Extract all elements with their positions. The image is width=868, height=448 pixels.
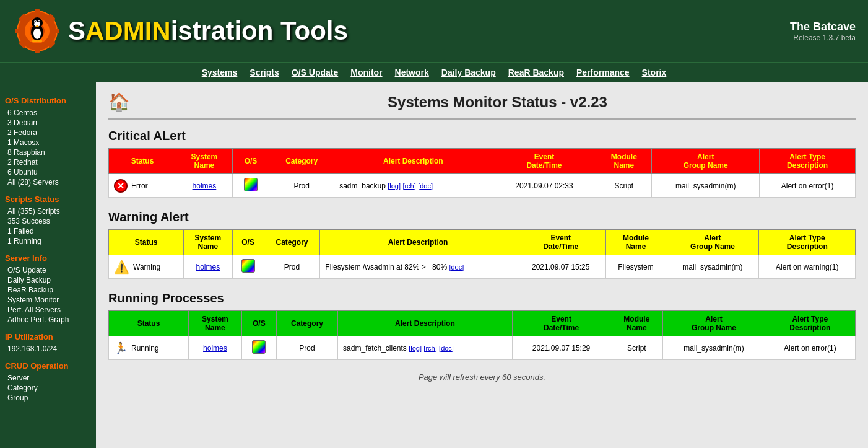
critical-alert-type: Alert on error(1) [760,174,856,198]
home-icon[interactable]: 🏠 [108,92,130,112]
nav-daily-backup[interactable]: Daily Backup [441,68,496,77]
col-module-name-running: ModuleName [610,311,663,336]
table-row: ⚠️ Warning holmes Prod Filesystem /wsadm… [109,255,856,279]
nav-monitor[interactable]: Monitor [350,68,382,77]
svg-rect-6 [52,29,59,33]
running-icon: 🏃 [114,341,128,355]
site-info: The Batcave Release 1.3.7 beta [790,20,856,42]
col-alert-type-running: Alert TypeDescription [765,311,855,336]
critical-status: ✕ Error [109,174,176,198]
sidebar-item-daily-backup[interactable]: Daily Backup [5,275,91,285]
warning-alert-type: Alert on warning(1) [759,255,856,279]
logo-icon [12,6,62,56]
os-icon-warning [241,259,255,273]
col-alert-type-critical: Alert TypeDescription [760,149,856,174]
release-info: Release 1.3.7 beta [790,33,856,42]
warning-alert-desc: Filesystem /wsadmin at 82% >= 80% [doc] [320,255,516,279]
warning-alert-title: Warning Alert [108,210,856,224]
sidebar-item-fedora[interactable]: 2 Fedora [5,128,91,138]
sidebar-item-ubuntu[interactable]: 6 Ubuntu [5,167,91,177]
nav-rear-backup[interactable]: ReaR Backup [508,68,564,77]
sidebar-item-all-servers[interactable]: All (28) Servers [5,177,91,187]
sidebar-item-category[interactable]: Category [5,383,91,393]
critical-system-link[interactable]: holmes [193,182,217,190]
sidebar-item-all-scripts[interactable]: All (355) Scripts [5,206,91,216]
warning-doc-link[interactable]: [doc] [449,263,464,271]
sidebar-item-adhoc-perf[interactable]: Adhoc Perf. Graph [5,315,91,325]
running-event-datetime: 2021.09.07 15:29 [512,336,610,360]
critical-event-datetime: 2021.09.07 02:33 [492,174,596,198]
sidebar-item-perf-all[interactable]: Perf. All Servers [5,305,91,315]
sidebar-item-macosx[interactable]: 1 Macosx [5,138,91,147]
page-title: Systems Monitor Status - v2.23 [139,94,856,111]
col-os-warning: O/S [232,230,264,255]
crud-title: CRUD Operation [5,361,91,371]
sidebar-item-redhat[interactable]: 2 Redhat [5,157,91,167]
sidebar-item-rear-backup[interactable]: ReaR Backup [5,285,91,295]
app-title: SADMINistration Tools [68,16,348,46]
running-log-link[interactable]: [log] [409,345,422,352]
svg-rect-5 [15,29,22,33]
col-alert-desc-warning: Alert Description [320,230,516,255]
col-status-running: Status [109,311,189,336]
running-status-text: Running [131,344,159,353]
site-name: The Batcave [790,20,856,33]
critical-category: Prod [269,174,334,198]
main-content: 🏠 Systems Monitor Status - v2.23 Critica… [96,82,868,448]
svg-rect-4 [35,46,40,53]
warning-os [232,255,264,279]
sidebar-item-centos[interactable]: 6 Centos [5,108,91,118]
svg-point-18 [38,21,40,22]
nav-os-update[interactable]: O/S Update [292,68,338,77]
layout: O/S Distribution 6 Centos 3 Debian 2 Fed… [0,82,868,448]
warning-category: Prod [264,255,320,279]
critical-doc-link[interactable]: [doc] [418,182,433,190]
col-alert-group-running: AlertGroup Name [663,311,765,336]
logo-area: SADMINistration Tools [12,6,348,56]
col-system-name-critical: SystemName [176,149,233,174]
sidebar-item-system-monitor[interactable]: System Monitor [5,295,91,305]
sidebar-item-running[interactable]: 1 Running [5,236,91,246]
col-alert-desc-running: Alert Description [338,311,513,336]
os-icon [244,178,258,191]
nav-network[interactable]: Network [395,68,429,77]
critical-alert-desc: sadm_backup [log] [rch] [doc] [334,174,492,198]
running-processes-title: Running Processes [108,291,856,305]
nav-performance[interactable]: Performance [576,68,630,77]
critical-log-link[interactable]: [log] [388,182,401,190]
sidebar-item-failed[interactable]: 1 Failed [5,226,91,236]
running-module-name: Script [610,336,663,360]
running-system-link[interactable]: holmes [203,344,227,353]
sidebar-item-raspbian[interactable]: 8 Raspbian [5,147,91,157]
running-os [241,336,276,360]
sidebar-item-os-update[interactable]: O/S Update [5,265,91,275]
main-nav: Systems Scripts O/S Update Monitor Netwo… [0,62,868,82]
svg-point-20 [32,40,37,42]
warning-status: ⚠️ Warning [109,255,184,279]
warning-icon: ⚠️ [114,260,129,275]
critical-system-name: holmes [176,174,233,198]
nav-scripts[interactable]: Scripts [250,68,279,77]
scripts-status-title: Scripts Status [5,195,91,204]
critical-alert-table: Status SystemName O/S Category Alert Des… [108,148,856,198]
sidebar-item-server[interactable]: Server [5,373,91,383]
nav-storix[interactable]: Storix [642,68,667,77]
warning-system-link[interactable]: holmes [196,263,220,271]
running-rch-link[interactable]: [rch] [423,345,436,352]
header-divider [108,118,856,120]
running-doc-link[interactable]: [doc] [439,345,454,352]
col-status-critical: Status [109,149,176,174]
nav-systems[interactable]: Systems [202,68,238,77]
sidebar-item-group[interactable]: Group [5,393,91,403]
running-alert-group: mail_sysadmin(m) [663,336,765,360]
critical-alert-group: mail_sysadmin(m) [652,174,760,198]
sidebar-item-ip-subnet[interactable]: 192.168.1.0/24 [5,344,91,354]
sidebar-item-debian[interactable]: 3 Debian [5,118,91,128]
running-status: 🏃 Running [109,336,189,360]
col-category-critical: Category [269,149,334,174]
critical-rch-link[interactable]: [rch] [402,182,415,190]
warning-system-name: holmes [184,255,232,279]
warning-alert-table: Status SystemName O/S Category Alert Des… [108,229,856,279]
critical-module-name: Script [596,174,652,198]
sidebar-item-success[interactable]: 353 Success [5,216,91,226]
